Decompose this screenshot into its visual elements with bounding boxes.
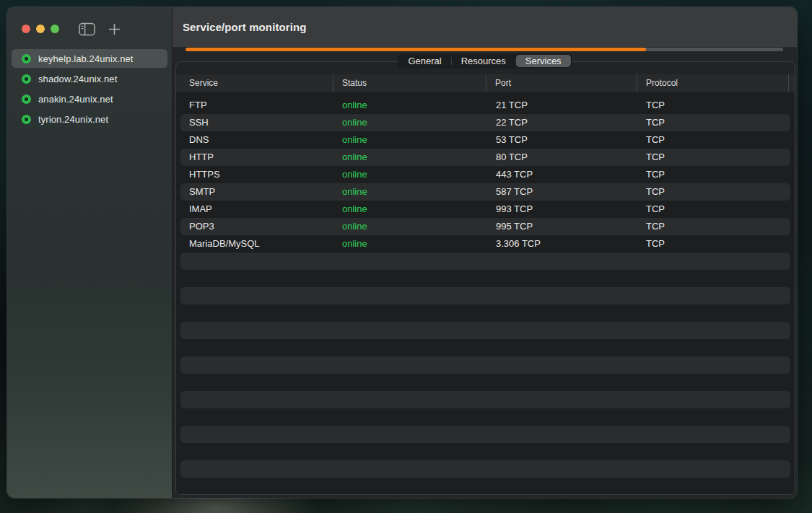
cell-service: SMTP [176, 183, 333, 201]
cell-port: 22 TCP [486, 114, 637, 131]
table-row-empty [176, 356, 795, 374]
cell-status: online [333, 166, 486, 183]
server-label: shadow.24unix.net [38, 74, 117, 84]
add-server-icon[interactable] [108, 23, 121, 35]
table-row-empty [176, 253, 795, 270]
table-row-empty [176, 408, 795, 426]
cell-port: 587 TCP [486, 183, 637, 201]
table-row[interactable]: FTPonline21 TCPTCP [176, 97, 795, 114]
cell-protocol: TCP [637, 235, 789, 253]
table-row[interactable]: DNSonline53 TCPTCP [176, 131, 795, 149]
server-label: anakin.24unix.net [38, 94, 113, 105]
cell-protocol: TCP [637, 218, 789, 235]
main-pane: Service/port monitoring ServiceStatusPor… [172, 7, 797, 498]
cell-protocol: TCP [637, 201, 789, 218]
table-row-empty [176, 304, 795, 322]
cell-protocol: TCP [637, 131, 789, 149]
column-header-service: Service [176, 74, 333, 92]
content-area: ServiceStatusPortProtocol FTPonline21 TC… [173, 47, 797, 498]
cell-protocol: TCP [637, 114, 789, 131]
cell-service: DNS [176, 131, 333, 149]
cell-port: 443 TCP [486, 166, 637, 183]
table-row[interactable]: SSHonline22 TCPTCP [176, 114, 795, 131]
table-row-empty [176, 391, 795, 408]
sidebar: keyhelp.lab.24unix.netshadow.24unix.neta… [7, 7, 172, 498]
table-row-empty [176, 287, 795, 304]
cell-port: 53 TCP [486, 131, 637, 149]
cell-service: HTTP [176, 149, 333, 166]
traffic-lights [22, 25, 59, 33]
cell-protocol: TCP [637, 97, 789, 114]
server-label: keyhelp.lab.24unix.net [38, 53, 134, 64]
column-header-status: Status [333, 74, 486, 92]
cell-port: 995 TCP [486, 218, 637, 235]
cell-port: 80 TCP [486, 149, 637, 166]
cell-service: MariaDB/MySQL [176, 235, 333, 253]
table-row[interactable]: MariaDB/MySQLonline3.306 TCPTCP [176, 235, 795, 253]
column-header-port: Port [486, 74, 637, 92]
minimize-button[interactable] [36, 25, 45, 33]
tab-general[interactable]: General [398, 55, 450, 67]
sidebar-item-server[interactable]: shadow.24unix.net [12, 69, 167, 88]
services-panel: ServiceStatusPortProtocol FTPonline21 TC… [175, 61, 795, 495]
tab-bar: GeneralResourcesServices [397, 53, 572, 69]
cell-service: POP3 [176, 218, 333, 235]
server-status-online-icon [22, 54, 31, 63]
table-row-empty [176, 460, 795, 478]
cell-status: online [333, 218, 486, 235]
server-status-online-icon [22, 115, 31, 124]
server-label: tyrion.24unix.net [38, 114, 108, 125]
cell-protocol: TCP [637, 149, 789, 166]
table-row[interactable]: IMAPonline993 TCPTCP [176, 201, 795, 218]
table-row-empty [176, 426, 795, 443]
cell-status: online [333, 235, 486, 253]
cell-service: HTTPS [176, 166, 333, 183]
table-row-empty [176, 339, 795, 356]
table-row[interactable]: HTTPSonline443 TCPTCP [176, 166, 795, 183]
sidebar-item-server[interactable]: keyhelp.lab.24unix.net [12, 49, 167, 68]
cell-port: 993 TCP [486, 201, 637, 218]
cell-port: 21 TCP [486, 97, 637, 114]
tab-services[interactable]: Services [516, 55, 571, 67]
cell-service: FTP [176, 97, 333, 114]
cell-protocol: TCP [637, 183, 789, 201]
table-row-empty [176, 270, 795, 287]
column-header-protocol: Protocol [637, 74, 789, 92]
cell-status: online [333, 201, 486, 218]
cell-status: online [333, 114, 486, 131]
table-row-empty [176, 374, 795, 391]
cell-service: IMAP [176, 201, 333, 218]
cell-status: online [333, 149, 486, 166]
zoom-button[interactable] [51, 25, 59, 33]
cell-status: online [333, 97, 486, 114]
sidebar-toggle-icon[interactable] [79, 22, 95, 36]
table-row-empty [176, 322, 795, 339]
table-row-empty [176, 443, 795, 460]
app-window: keyhelp.lab.24unix.netshadow.24unix.neta… [7, 7, 797, 498]
close-button[interactable] [22, 25, 30, 33]
cell-port: 3.306 TCP [486, 235, 637, 253]
sidebar-item-server[interactable]: anakin.24unix.net [12, 89, 167, 108]
tab-resources[interactable]: Resources [452, 55, 515, 67]
cell-status: online [333, 183, 486, 201]
table-row[interactable]: POP3online995 TCPTCP [176, 218, 795, 235]
sidebar-item-server[interactable]: tyrion.24unix.net [12, 110, 167, 128]
page-title: Service/port monitoring [183, 21, 307, 33]
titlebar: Service/port monitoring [173, 7, 797, 47]
table-row[interactable]: SMTPonline587 TCPTCP [176, 183, 795, 201]
monitoring-progress-bar [185, 48, 783, 51]
column-header-filler [789, 74, 795, 92]
table-row[interactable]: HTTPonline80 TCPTCP [176, 149, 795, 166]
cell-protocol: TCP [637, 166, 789, 183]
server-list: keyhelp.lab.24unix.netshadow.24unix.neta… [12, 49, 167, 128]
progress-fill [185, 48, 646, 51]
table-body: FTPonline21 TCPTCPSSHonline22 TCPTCPDNSo… [176, 92, 795, 494]
table-header: ServiceStatusPortProtocol [176, 74, 795, 92]
cell-status: online [333, 131, 486, 149]
server-status-online-icon [22, 95, 31, 104]
cell-service: SSH [176, 114, 333, 131]
server-status-online-icon [22, 74, 31, 84]
sidebar-toolbar [79, 22, 121, 36]
